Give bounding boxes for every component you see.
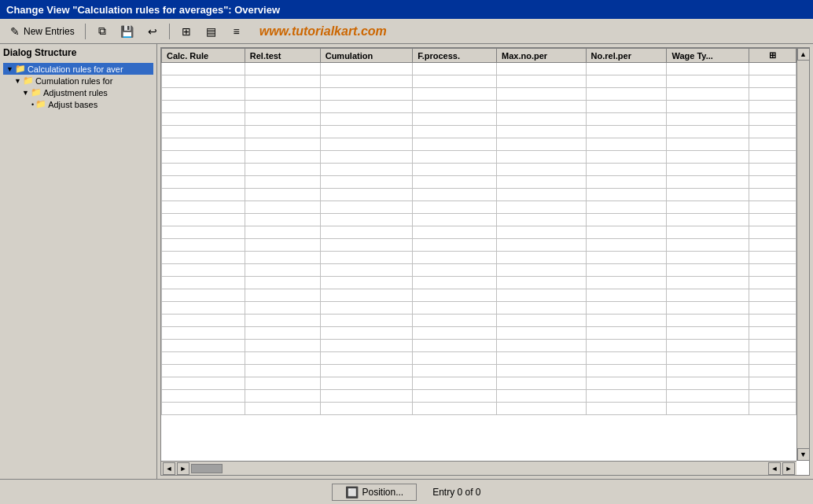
table-view-button[interactable]: ⊞ <box>176 23 197 40</box>
table-row[interactable] <box>162 264 796 277</box>
table-cell[interactable] <box>496 201 586 214</box>
table-cell[interactable] <box>245 75 320 88</box>
table-cell[interactable] <box>749 289 796 302</box>
table-cell[interactable] <box>586 252 667 264</box>
table-cell[interactable] <box>413 75 497 88</box>
table-cell[interactable] <box>749 239 796 252</box>
table-cell[interactable] <box>320 277 412 289</box>
table-cell[interactable] <box>162 63 245 75</box>
table-cell[interactable] <box>162 277 245 289</box>
sort-button[interactable]: ≡ <box>226 23 247 40</box>
table-cell[interactable] <box>749 277 796 289</box>
table-row[interactable] <box>162 302 796 315</box>
table-cell[interactable] <box>667 365 749 377</box>
table-cell[interactable] <box>245 239 320 252</box>
table-cell[interactable] <box>413 390 497 403</box>
table-cell[interactable] <box>586 390 667 403</box>
table-cell[interactable] <box>413 151 497 164</box>
table-row[interactable] <box>162 101 796 113</box>
table-cell[interactable] <box>320 126 412 138</box>
table-cell[interactable] <box>245 126 320 138</box>
table-cell[interactable] <box>162 352 245 365</box>
table-cell[interactable] <box>586 113 667 126</box>
table-cell[interactable] <box>245 403 320 415</box>
table-cell[interactable] <box>320 176 412 189</box>
save-button[interactable]: 💾 <box>117 23 138 40</box>
table-cell[interactable] <box>667 390 749 403</box>
table-cell[interactable] <box>586 63 667 75</box>
table-row[interactable] <box>162 88 796 101</box>
table-cell[interactable] <box>667 63 749 75</box>
table-row[interactable] <box>162 176 796 189</box>
table-cell[interactable] <box>162 302 245 315</box>
scroll-up-button[interactable]: ▲ <box>797 48 810 61</box>
table-cell[interactable] <box>320 352 412 365</box>
table-cell[interactable] <box>413 63 497 75</box>
table-cell[interactable] <box>749 101 796 113</box>
table-row[interactable] <box>162 390 796 403</box>
table-cell[interactable] <box>413 201 497 214</box>
table-cell[interactable] <box>667 315 749 327</box>
table-cell[interactable] <box>586 239 667 252</box>
hscroll-far-right-button[interactable]: ► <box>782 462 795 475</box>
table-row[interactable] <box>162 289 796 302</box>
table-cell[interactable] <box>245 377 320 390</box>
table-row[interactable] <box>162 113 796 126</box>
table-cell[interactable] <box>413 189 497 201</box>
table-cell[interactable] <box>413 214 497 226</box>
table-cell[interactable] <box>496 377 586 390</box>
table-cell[interactable] <box>749 63 796 75</box>
table-cell[interactable] <box>586 352 667 365</box>
table-cell[interactable] <box>413 264 497 277</box>
scroll-down-button[interactable]: ▼ <box>797 448 810 461</box>
position-button[interactable]: 🔲 Position... <box>332 484 417 501</box>
table-cell[interactable] <box>162 289 245 302</box>
table-cell[interactable] <box>496 226 586 239</box>
table-cell[interactable] <box>496 126 586 138</box>
table-cell[interactable] <box>245 189 320 201</box>
table-cell[interactable] <box>749 403 796 415</box>
sidebar-resize-handle[interactable]: ⋮ <box>153 250 156 274</box>
table-cell[interactable] <box>667 289 749 302</box>
table-cell[interactable] <box>413 277 497 289</box>
table-cell[interactable] <box>245 101 320 113</box>
table-cell[interactable] <box>320 302 412 315</box>
table-row[interactable] <box>162 226 796 239</box>
table-cell[interactable] <box>667 126 749 138</box>
table-cell[interactable] <box>413 315 497 327</box>
table-row[interactable] <box>162 365 796 377</box>
table-cell[interactable] <box>320 164 412 176</box>
table-row[interactable] <box>162 239 796 252</box>
table-cell[interactable] <box>245 214 320 226</box>
table-cell[interactable] <box>496 214 586 226</box>
table-cell[interactable] <box>667 201 749 214</box>
table-cell[interactable] <box>413 289 497 302</box>
table-cell[interactable] <box>245 201 320 214</box>
table-cell[interactable] <box>586 138 667 151</box>
table-cell[interactable] <box>245 63 320 75</box>
table-cell[interactable] <box>586 88 667 101</box>
table-cell[interactable] <box>496 252 586 264</box>
table-cell[interactable] <box>162 75 245 88</box>
table-cell[interactable] <box>586 302 667 315</box>
table-cell[interactable] <box>162 327 245 340</box>
table-cell[interactable] <box>162 226 245 239</box>
hscroll-left-button[interactable]: ◄ <box>163 462 175 475</box>
table-cell[interactable] <box>496 277 586 289</box>
table-cell[interactable] <box>320 113 412 126</box>
table-cell[interactable] <box>496 264 586 277</box>
table-cell[interactable] <box>162 201 245 214</box>
table-cell[interactable] <box>245 352 320 365</box>
table-cell[interactable] <box>320 403 412 415</box>
table-cell[interactable] <box>413 101 497 113</box>
horizontal-scrollbar[interactable]: ◄ ► ◄ ► <box>161 461 796 475</box>
table-cell[interactable] <box>667 302 749 315</box>
table-cell[interactable] <box>496 327 586 340</box>
table-cell[interactable] <box>586 327 667 340</box>
hscroll-thumb[interactable] <box>191 464 223 473</box>
table-cell[interactable] <box>496 113 586 126</box>
table-cell[interactable] <box>413 138 497 151</box>
table-cell[interactable] <box>749 377 796 390</box>
table-cell[interactable] <box>496 138 586 151</box>
table-cell[interactable] <box>586 377 667 390</box>
